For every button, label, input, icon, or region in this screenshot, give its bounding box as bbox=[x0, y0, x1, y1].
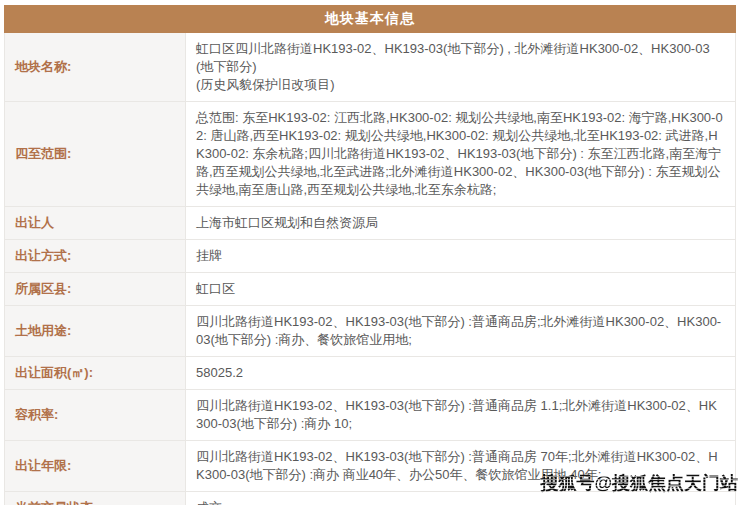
page: 地块基本信息 地块名称:虹口区四川北路街道HK193-02、HK193-03(地… bbox=[0, 0, 740, 505]
row-label: 出让面积(㎡): bbox=[5, 357, 186, 390]
row-label: 容积率: bbox=[5, 390, 186, 441]
row-value: 四川北路街道HK193-02、HK193-03(地下部分) :普通商品房 1.1… bbox=[186, 390, 736, 441]
table-row: 四至范围:总范围: 东至HK193-02: 江西北路,HK300-02: 规划公… bbox=[5, 102, 736, 207]
row-label: 四至范围: bbox=[5, 102, 186, 207]
table-row: 所属区县:虹口区 bbox=[5, 273, 736, 306]
table-title: 地块基本信息 bbox=[5, 6, 736, 33]
row-label: 当前交易状态: bbox=[5, 492, 186, 505]
sohu-watermark: 搜狐号@搜狐焦点天门站 bbox=[540, 471, 738, 495]
table-row: 容积率:四川北路街道HK193-02、HK193-03(地下部分) :普通商品房… bbox=[5, 390, 736, 441]
row-label: 土地用途: bbox=[5, 306, 186, 357]
row-value: 虹口区四川北路街道HK193-02、HK193-03(地下部分) , 北外滩街道… bbox=[186, 33, 736, 102]
table-row: 土地用途:四川北路街道HK193-02、HK193-03(地下部分) :普通商品… bbox=[5, 306, 736, 357]
row-value: 总范围: 东至HK193-02: 江西北路,HK300-02: 规划公共绿地,南… bbox=[186, 102, 736, 207]
row-value: 挂牌 bbox=[186, 240, 736, 273]
row-label: 地块名称: bbox=[5, 33, 186, 102]
row-value: 虹口区 bbox=[186, 273, 736, 306]
table-row: 地块名称:虹口区四川北路街道HK193-02、HK193-03(地下部分) , … bbox=[5, 33, 736, 102]
parcel-info-table: 地块基本信息 地块名称:虹口区四川北路街道HK193-02、HK193-03(地… bbox=[4, 5, 736, 505]
table-header-row: 地块基本信息 bbox=[5, 6, 736, 33]
table-row: 出让人上海市虹口区规划和自然资源局 bbox=[5, 207, 736, 240]
parcel-table-body: 地块名称:虹口区四川北路街道HK193-02、HK193-03(地下部分) , … bbox=[5, 33, 736, 505]
row-value: 58025.2 bbox=[186, 357, 736, 390]
table-row: 出让面积(㎡):58025.2 bbox=[5, 357, 736, 390]
row-label: 出让人 bbox=[5, 207, 186, 240]
row-label: 出让方式: bbox=[5, 240, 186, 273]
table-row: 出让方式:挂牌 bbox=[5, 240, 736, 273]
row-value: 上海市虹口区规划和自然资源局 bbox=[186, 207, 736, 240]
row-label: 所属区县: bbox=[5, 273, 186, 306]
row-value: 四川北路街道HK193-02、HK193-03(地下部分) :普通商品房;北外滩… bbox=[186, 306, 736, 357]
row-label: 出让年限: bbox=[5, 441, 186, 492]
